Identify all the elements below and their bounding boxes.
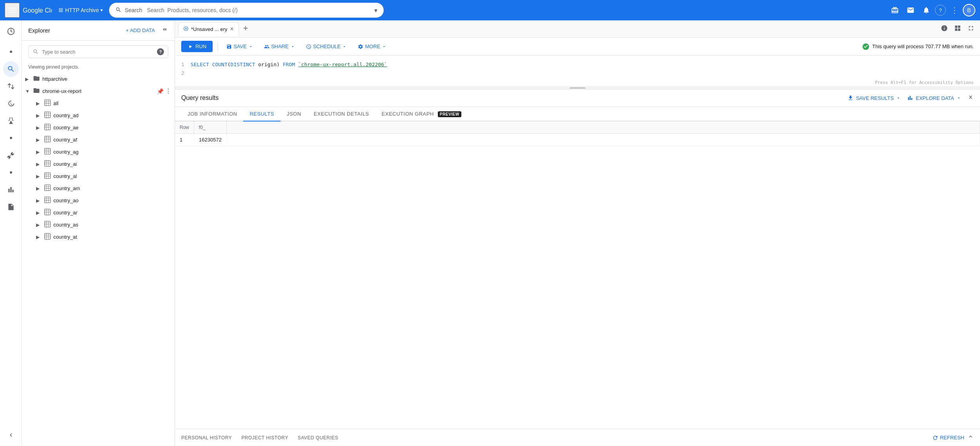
search-dropdown-btn[interactable]: ▾ (374, 7, 377, 14)
tab-execution-details[interactable]: EXECUTION DETAILS (308, 107, 375, 121)
bell-icon-btn[interactable] (919, 3, 933, 17)
tree-item-httparchive[interactable]: ▶ httparchive ⋮ (22, 73, 175, 85)
sidebar-icon-search[interactable] (3, 61, 19, 77)
item-actions-chrome-ux: 📌 ⋮ (157, 87, 171, 95)
tree-item-country_ad[interactable]: ▶ country_ad ⋮ (22, 109, 175, 121)
product-dropdown-icon: ▾ (100, 7, 103, 13)
more-icon-country_ao[interactable]: ⋮ (165, 197, 171, 204)
history-tab-personal[interactable]: PERSONAL HISTORY (181, 433, 232, 442)
explorer-collapse-button[interactable] (161, 26, 168, 35)
expand-arrow-country_ai: ▶ (36, 161, 44, 167)
svg-rect-44 (45, 173, 51, 179)
sidebar-icon-rail (0, 20, 22, 446)
more-icon-country_ad[interactable]: ⋮ (165, 112, 171, 119)
more-icon-btn[interactable]: ⋮ (947, 2, 961, 18)
email-icon-btn[interactable] (903, 3, 918, 17)
help-icon-btn[interactable]: ? (935, 5, 946, 16)
history-tab-project[interactable]: PROJECT HISTORY (241, 433, 288, 442)
sidebar-icon-analytics[interactable] (3, 24, 19, 39)
sidebar-icon-history[interactable] (3, 96, 19, 111)
refresh-button[interactable]: REFRESH (932, 435, 964, 441)
product-name: HTTP Archive (65, 7, 99, 13)
sidebar-icon-chart[interactable] (3, 182, 19, 198)
more-button[interactable]: MORE (354, 41, 390, 52)
history-tab-saved[interactable]: SAVED QUERIES (298, 433, 339, 442)
run-button[interactable]: RUN (181, 41, 213, 52)
query-tab-unsaved[interactable]: *Unsaved ... ery ✕ (178, 22, 239, 36)
more-icon-country_as[interactable]: ⋮ (165, 221, 171, 228)
tree-item-country_ao[interactable]: ▶ country_ao ⋮ (22, 194, 175, 207)
more-icon-all[interactable]: ⋮ (165, 100, 171, 107)
tree-item-country_at[interactable]: ▶ country_at ⋮ (22, 231, 175, 243)
more-icon-chrome-ux[interactable]: ⋮ (165, 87, 171, 95)
tree-item-country_ae[interactable]: ▶ country_ae ⋮ (22, 121, 175, 134)
more-icon-country_ae[interactable]: ⋮ (165, 124, 171, 131)
tree-item-country_af[interactable]: ▶ country_af ⋮ (22, 134, 175, 146)
save-results-button[interactable]: SAVE RESULTS (847, 95, 901, 101)
explorer-search-input[interactable] (42, 49, 154, 55)
expand-arrow-country_am: ▶ (36, 186, 44, 191)
tab-close-button[interactable]: ✕ (230, 26, 234, 32)
hamburger-button[interactable] (5, 3, 20, 18)
results-expand-button[interactable] (967, 94, 974, 102)
cell-value-1: 16230572 (194, 134, 227, 146)
more-icon-country_am[interactable]: ⋮ (165, 185, 171, 192)
search-help-icon[interactable]: ? (157, 48, 164, 55)
more-icon-country_af[interactable]: ⋮ (165, 136, 171, 143)
expand-arrow-country_ao: ▶ (36, 198, 44, 203)
tab-json[interactable]: JSON (281, 107, 308, 121)
google-cloud-logo[interactable]: Google Cloud (23, 5, 52, 15)
table-row: 1 16230572 (175, 134, 980, 146)
tab-results[interactable]: RESULTS (243, 107, 281, 121)
top-search-bar[interactable]: Search ▾ (109, 3, 384, 18)
more-icon-country_ai[interactable]: ⋮ (165, 160, 171, 168)
search-input-wrap[interactable]: ? (28, 45, 168, 58)
more-icon-country_ag[interactable]: ⋮ (165, 148, 171, 156)
tree-item-country_am[interactable]: ▶ country_am ⋮ (22, 182, 175, 194)
tree-item-country_ai[interactable]: ▶ country_ai ⋮ (22, 158, 175, 170)
table-header: Row f0_ (175, 121, 980, 134)
tab-execution-graph[interactable]: EXECUTION GRAPH PREVIEW (375, 107, 468, 121)
save-button[interactable]: SAVE (222, 41, 257, 52)
gift-icon-btn[interactable] (888, 3, 902, 17)
sidebar-icon-lab[interactable] (3, 113, 19, 129)
tree-item-country_ag[interactable]: ▶ country_ag ⋮ (22, 146, 175, 158)
more-icon-country_ar[interactable]: ⋮ (165, 209, 171, 216)
sidebar-icon-doc[interactable] (3, 199, 19, 215)
tab-label: *Unsaved ... ery (191, 26, 228, 32)
collapse-history-button[interactable] (967, 433, 974, 442)
tree-item-country_al[interactable]: ▶ country_al ⋮ (22, 170, 175, 182)
pin-icon-chrome-ux[interactable]: 📌 (157, 88, 164, 94)
expand-arrow-country_ad: ▶ (36, 113, 44, 118)
tab-info-btn[interactable] (938, 22, 950, 36)
run-label: RUN (195, 44, 206, 49)
tab-job-information[interactable]: JOB INFORMATION (181, 107, 243, 121)
schedule-button[interactable]: SCHEDULE (302, 41, 351, 52)
explore-data-button[interactable]: EXPLORE DATA (907, 95, 961, 101)
sidebar-icon-transfer[interactable] (3, 78, 19, 94)
save-label: SAVE (233, 44, 247, 49)
user-avatar[interactable]: B (963, 4, 975, 16)
tree-item-country_ar[interactable]: ▶ country_ar ⋮ (22, 207, 175, 219)
more-icon-country_at[interactable]: ⋮ (165, 233, 171, 241)
more-icon-httparchive[interactable]: ⋮ (165, 75, 171, 83)
tree-item-all[interactable]: ▶ all ⋮ (22, 97, 175, 109)
more-icon-country_al[interactable]: ⋮ (165, 172, 171, 180)
query-tab-bar: *Unsaved ... ery ✕ (175, 20, 980, 38)
tree-item-country_as[interactable]: ▶ country_as ⋮ (22, 219, 175, 231)
tree-item-chrome-ux-report[interactable]: ▼ chrome-ux-report 📌 ⋮ (22, 85, 175, 97)
svg-rect-0 (9, 8, 16, 9)
item-label-all: all (53, 100, 165, 106)
sidebar-collapse-btn[interactable] (3, 427, 19, 443)
sidebar-icon-wrench[interactable] (3, 147, 19, 163)
preview-badge: PREVIEW (438, 111, 461, 117)
svg-rect-69 (45, 234, 51, 239)
product-selector[interactable]: HTTP Archive ▾ (58, 7, 103, 13)
tab-grid-btn[interactable] (952, 22, 964, 36)
top-search-input[interactable] (147, 7, 371, 13)
code-editor[interactable]: 1 SELECT COUNT(DISTINCT origin) FROM `ch… (175, 56, 980, 87)
tab-fullscreen-btn[interactable] (965, 22, 977, 36)
share-button[interactable]: SHARE (260, 41, 299, 52)
add-data-button[interactable]: + ADD DATA (123, 26, 158, 35)
tab-add-button[interactable] (240, 22, 251, 35)
